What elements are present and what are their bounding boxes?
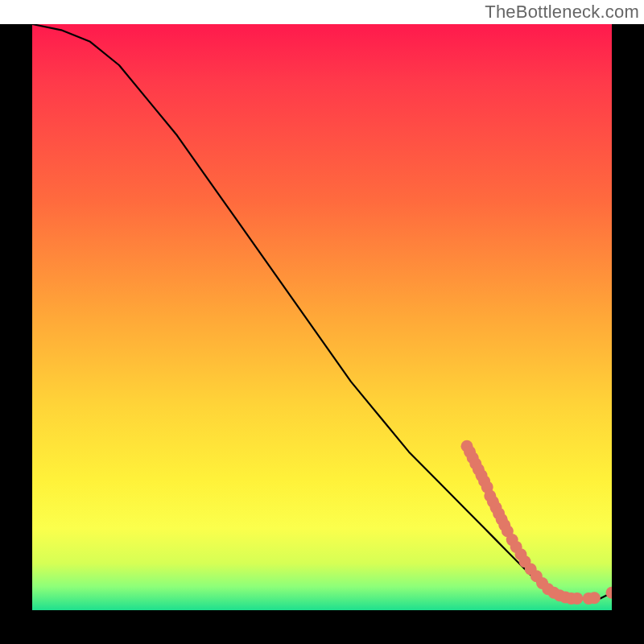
chart-svg xyxy=(32,24,612,610)
data-point xyxy=(588,592,601,604)
plot-area xyxy=(32,24,612,610)
data-points xyxy=(461,440,613,605)
attribution-text: TheBottleneck.com xyxy=(485,2,639,23)
data-point xyxy=(606,587,613,599)
chart-stage: TheBottleneck.com xyxy=(0,0,644,644)
data-point xyxy=(571,592,583,605)
plot-frame xyxy=(0,24,644,644)
performance-curve xyxy=(32,24,612,598)
